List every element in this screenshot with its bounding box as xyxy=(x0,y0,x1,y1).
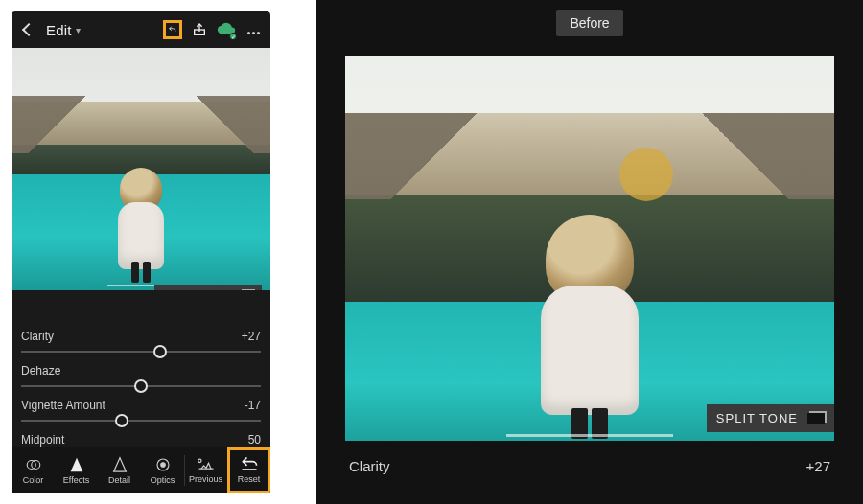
clarity-slider[interactable] xyxy=(21,351,261,353)
tool-detail[interactable]: Detail xyxy=(98,447,141,493)
phone-window: Edit ▾ ✓ SPLIT TONE xyxy=(12,11,270,493)
slider-label: Vignette Amount xyxy=(21,399,105,412)
tool-label: Reset xyxy=(238,474,261,484)
svg-point-7 xyxy=(198,459,200,462)
tool-label: Detail xyxy=(108,475,130,485)
slider-label: Dehaze xyxy=(21,364,60,378)
svg-point-6 xyxy=(160,463,165,468)
tool-label: Effects xyxy=(63,475,89,485)
slider-value: -17 xyxy=(245,399,261,412)
edit-photo[interactable]: SPLIT TONE xyxy=(12,48,270,290)
effects-panel: Clarity +27 Dehaze Vignette Amount -17 M… xyxy=(12,299,270,447)
split-tone-label: SPLIT TONE xyxy=(716,411,798,425)
split-tone-button[interactable]: SPLIT TONE xyxy=(707,404,834,432)
slider-value: 50 xyxy=(248,433,261,447)
tool-previous[interactable]: Previous xyxy=(184,447,227,493)
share-icon[interactable] xyxy=(190,20,209,39)
bottom-toolbar: Color Effects Detail Optics Previous Res… xyxy=(12,447,270,493)
phone-topbar: Edit ▾ ✓ xyxy=(12,11,270,48)
touch-indicator-icon xyxy=(619,148,673,201)
slider-row: Dehaze xyxy=(21,364,261,378)
tool-label: Optics xyxy=(151,475,175,485)
tool-label: Previous xyxy=(189,474,222,484)
mode-label[interactable]: Edit xyxy=(46,22,72,38)
back-icon[interactable] xyxy=(19,20,38,39)
cloud-sync-icon[interactable]: ✓ xyxy=(217,20,236,39)
split-tone-label: SPLIT TONE xyxy=(162,289,233,290)
slider-label: Midpoint xyxy=(21,433,64,447)
before-preview-panel: Before SPLIT TONE Clarity +27 xyxy=(316,0,863,504)
more-icon[interactable] xyxy=(244,20,263,39)
svg-marker-4 xyxy=(113,458,126,471)
dehaze-slider[interactable] xyxy=(21,385,261,387)
tool-optics[interactable]: Optics xyxy=(141,447,184,493)
slider-row: Vignette Amount -17 xyxy=(21,399,261,412)
before-photo[interactable] xyxy=(345,56,834,441)
tool-reset[interactable]: Reset xyxy=(227,447,270,493)
split-tone-icon xyxy=(807,413,825,424)
slider-label: Clarity xyxy=(21,330,54,343)
chevron-down-icon: ▾ xyxy=(76,25,81,35)
undo-icon[interactable] xyxy=(163,20,182,39)
slider-row: Midpoint 50 xyxy=(21,433,261,447)
slider-row: Clarity +27 xyxy=(21,330,261,343)
split-tone-button[interactable]: SPLIT TONE xyxy=(154,285,262,290)
slider-value: +27 xyxy=(242,330,261,343)
slider-value: +27 xyxy=(806,458,830,474)
svg-marker-3 xyxy=(70,458,82,471)
slider-label: Clarity xyxy=(349,458,390,474)
slider-row: Clarity +27 xyxy=(345,458,834,474)
tool-label: Color xyxy=(23,475,44,485)
tool-effects[interactable]: Effects xyxy=(55,447,98,493)
tool-color[interactable]: Color xyxy=(12,447,55,493)
vignette-slider[interactable] xyxy=(21,420,261,422)
before-label: Before xyxy=(556,10,622,36)
